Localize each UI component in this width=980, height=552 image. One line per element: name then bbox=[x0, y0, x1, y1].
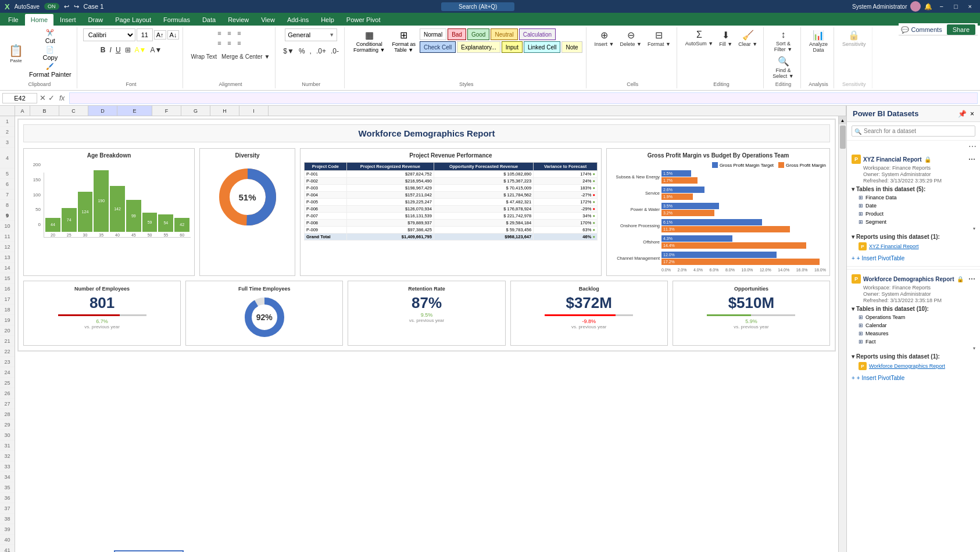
border-btn[interactable]: ⊞ bbox=[123, 44, 133, 56]
undo-icon[interactable]: ↩ bbox=[64, 3, 69, 10]
vertical-scrollbar[interactable]: ▲ ▼ bbox=[838, 116, 846, 552]
underline-btn[interactable]: U bbox=[114, 44, 123, 56]
tab-formulas[interactable]: Formulas bbox=[158, 14, 196, 26]
font-family-select[interactable]: Calibri bbox=[83, 28, 135, 41]
format-as-table-btn[interactable]: ⊞ Format asTable ▼ bbox=[389, 28, 419, 54]
restore-btn[interactable]: □ bbox=[950, 3, 961, 10]
format-btn[interactable]: ⊟ Format ▼ bbox=[645, 28, 673, 48]
decrease-font-btn[interactable]: A↓ bbox=[167, 30, 180, 40]
style-neutral[interactable]: Neutral bbox=[491, 28, 517, 40]
align-top-center-btn[interactable]: ≡ bbox=[224, 28, 234, 38]
style-expl[interactable]: Explanatory... bbox=[457, 41, 500, 53]
decrease-decimal-btn[interactable]: .0- bbox=[329, 45, 341, 58]
style-check[interactable]: Check Cell bbox=[420, 41, 456, 53]
kpi-employees-sub: vs. previous year bbox=[28, 324, 176, 329]
dollar-btn[interactable]: $▼ bbox=[281, 45, 296, 58]
italic-btn[interactable]: I bbox=[108, 44, 113, 56]
clear-btn[interactable]: 🧹 Clear ▼ bbox=[736, 28, 760, 48]
format-painter-btn[interactable]: 🖌️ Format Painter bbox=[27, 62, 73, 78]
redo-icon[interactable]: ↪ bbox=[74, 3, 79, 10]
sort-filter-btn[interactable]: ↕ Sort &Filter ▼ bbox=[772, 28, 795, 53]
report-xyz-link[interactable]: P XYZ Financial Report bbox=[859, 241, 975, 252]
number-format-select[interactable]: General ▼ bbox=[285, 28, 337, 41]
notification-icon[interactable]: 🔔 bbox=[924, 3, 932, 10]
confirm-icon[interactable]: ✓ bbox=[48, 94, 55, 102]
tab-review[interactable]: Review bbox=[222, 14, 255, 26]
comma-btn[interactable]: , bbox=[308, 45, 313, 58]
style-input[interactable]: Input bbox=[502, 41, 523, 53]
align-mid-right-btn[interactable]: ≡ bbox=[234, 38, 244, 48]
conditional-formatting-btn[interactable]: ▦ ConditionalFormatting ▼ bbox=[350, 28, 388, 54]
minimize-btn[interactable]: − bbox=[936, 3, 946, 10]
sensitivity-btn[interactable]: 🔒 Sensitivity bbox=[840, 28, 868, 48]
panel-search-area: 🔍 bbox=[847, 122, 980, 141]
insert-pivot-workforce[interactable]: + + Insert PivotTable bbox=[852, 371, 975, 383]
dataset-search-input[interactable] bbox=[852, 126, 975, 137]
search-box[interactable]: Search (Alt+Q) bbox=[441, 2, 514, 11]
find-select-btn[interactable]: 🔍 Find &Select ▼ bbox=[770, 55, 796, 80]
align-mid-left-btn[interactable]: ≡ bbox=[214, 38, 224, 48]
panel-more-btn[interactable]: ⋯ bbox=[968, 142, 977, 151]
style-note[interactable]: Note bbox=[561, 41, 582, 53]
xyz-more-btn[interactable]: ⋯ bbox=[968, 155, 975, 163]
bar-35: 190 35 bbox=[94, 170, 109, 237]
tab-file[interactable]: File bbox=[2, 14, 24, 26]
tab-view[interactable]: View bbox=[255, 14, 281, 26]
style-calc[interactable]: Calculation bbox=[519, 28, 556, 40]
style-normal[interactable]: Normal bbox=[420, 28, 446, 40]
insert-pivot-xyz[interactable]: + + Insert PivotTable bbox=[852, 252, 975, 264]
paste-btn[interactable]: 📋 Paste bbox=[6, 42, 26, 64]
fill-btn[interactable]: ⬇ Fill ▼ bbox=[717, 28, 735, 48]
tab-page-layout[interactable]: Page Layout bbox=[109, 14, 157, 26]
increase-decimal-btn[interactable]: .0+ bbox=[314, 45, 328, 58]
report-workforce-link[interactable]: P Workforce Demographics Report bbox=[859, 361, 975, 371]
find-icon: 🔍 bbox=[778, 56, 789, 67]
row-area: 1 2 3 4 5 6 7 8 9 10 11 12 13 14 15 16 1… bbox=[0, 116, 846, 552]
cut-btn[interactable]: ✂️ Cut bbox=[27, 28, 73, 45]
tab-data[interactable]: Data bbox=[196, 14, 221, 26]
tab-insert[interactable]: Insert bbox=[54, 14, 82, 26]
merge-center-btn[interactable]: Merge & Center ▼ bbox=[220, 50, 271, 63]
cell-reference-input[interactable] bbox=[2, 93, 37, 103]
autosave-toggle[interactable]: ON bbox=[44, 3, 59, 10]
tab-power-pivot[interactable]: Power Pivot bbox=[341, 14, 387, 26]
scroll-thumb[interactable] bbox=[840, 126, 846, 149]
copy-btn[interactable]: 📄 Copy bbox=[27, 45, 73, 62]
scroll-up-btn[interactable]: ▲ bbox=[839, 116, 846, 124]
workforce-reports-list: P Workforce Demographics Report bbox=[852, 361, 975, 371]
autosum-btn[interactable]: Σ AutoSum ▼ bbox=[683, 28, 716, 48]
share-btn[interactable]: Share bbox=[947, 24, 975, 35]
tab-home[interactable]: Home bbox=[25, 14, 53, 26]
xyz-reports-header[interactable]: ▾ Reports using this dataset (1): bbox=[852, 234, 975, 240]
style-bad[interactable]: Bad bbox=[448, 28, 466, 40]
align-top-right-btn[interactable]: ≡ bbox=[234, 28, 244, 38]
formula-input[interactable] bbox=[69, 92, 978, 104]
percent-btn[interactable]: % bbox=[297, 45, 307, 58]
tab-draw[interactable]: Draw bbox=[83, 14, 109, 26]
close-btn[interactable]: × bbox=[965, 3, 975, 10]
tab-addins[interactable]: Add-ins bbox=[281, 14, 314, 26]
fill-color-btn[interactable]: A▼ bbox=[133, 44, 148, 56]
dashboard-row1: Age Breakdown 200 150 100 50 0 bbox=[23, 148, 830, 276]
analyze-btn[interactable]: 📊 AnalyzeData bbox=[807, 28, 830, 54]
workforce-tables-header[interactable]: ▾ Tables in this dataset (10): bbox=[852, 306, 975, 312]
panel-close-btn[interactable]: × bbox=[970, 110, 974, 118]
style-linked[interactable]: Linked Cell bbox=[524, 41, 560, 53]
panel-pin-btn[interactable]: 📌 bbox=[958, 110, 967, 118]
delete-btn[interactable]: ⊖ Delete ▼ bbox=[617, 28, 643, 48]
insert-btn[interactable]: ⊕ Insert ▼ bbox=[592, 28, 617, 48]
font-color-btn[interactable]: A▼ bbox=[148, 44, 163, 56]
bold-btn[interactable]: B bbox=[99, 44, 108, 56]
tab-help[interactable]: Help bbox=[315, 14, 340, 26]
wrap-text-btn[interactable]: Wrap Text bbox=[189, 50, 219, 63]
workforce-more-btn[interactable]: ⋯ bbox=[968, 275, 975, 283]
xyz-tables-header[interactable]: ▾ Tables in this dataset (5): bbox=[852, 186, 975, 192]
align-mid-center-btn[interactable]: ≡ bbox=[224, 38, 234, 48]
font-size-input[interactable] bbox=[137, 28, 153, 41]
align-top-left-btn[interactable]: ≡ bbox=[214, 28, 224, 38]
comments-btn[interactable]: 💬 Comments bbox=[901, 26, 942, 34]
increase-font-btn[interactable]: A↑ bbox=[154, 30, 166, 40]
workforce-reports-header[interactable]: ▾ Reports using this dataset (1): bbox=[852, 353, 975, 360]
cancel-icon[interactable]: ✕ bbox=[40, 94, 46, 102]
style-good[interactable]: Good bbox=[467, 28, 489, 40]
